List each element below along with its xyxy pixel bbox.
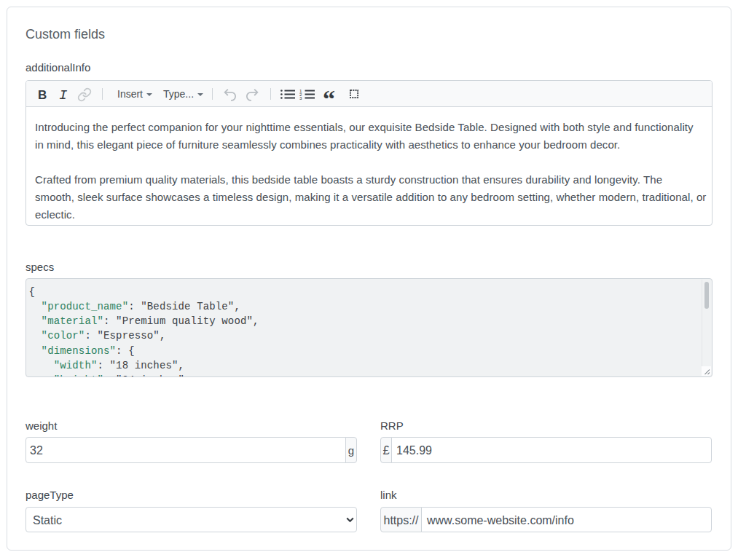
svg-text:3: 3 (299, 95, 302, 100)
